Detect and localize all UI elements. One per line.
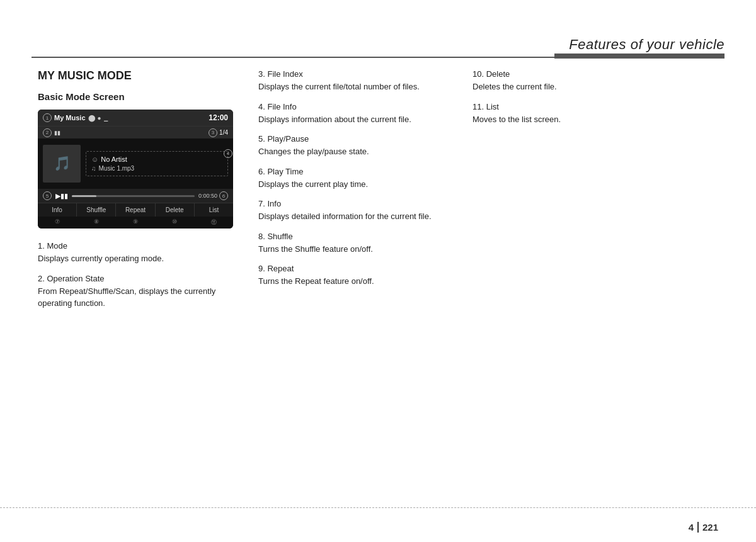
- track-num: 1/4: [219, 129, 228, 136]
- track-file: ♫ Music 1.mp3: [91, 165, 222, 172]
- desc-title: 4. File Info: [258, 102, 454, 111]
- left-desc-item: 1. Mode Displays currently operating mod…: [38, 241, 239, 265]
- middle-desc-item: 5. Play/Pause Changes the play/pause sta…: [258, 134, 454, 158]
- desc-text: Turns the Repeat feature on/off.: [258, 275, 454, 288]
- btn-num-10: ⑩: [155, 217, 194, 229]
- person-icon: ☺: [91, 155, 98, 163]
- btn-num-8: ⑧: [77, 217, 116, 229]
- middle-desc-items: 3. File Index Displays the current file/…: [258, 69, 454, 288]
- music-icon: 🎵: [54, 155, 71, 172]
- right-desc-item: 10. Delete Deletes the current file.: [472, 69, 718, 93]
- op-icon-1: ▮▮: [54, 130, 60, 136]
- page-title: Features of your vehicle: [569, 37, 724, 53]
- desc-title: 9. Repeat: [258, 264, 454, 273]
- circle-1: 1: [43, 113, 52, 122]
- track-info: ☺ No Artist ♫ Music 1.mp3 4: [86, 151, 228, 176]
- main-content: MY MUSIC MODE Basic Mode Screen 1 My Mus…: [38, 69, 718, 504]
- btn-num-9: ⑨: [116, 217, 155, 229]
- circle-2: 2: [43, 128, 52, 137]
- screen-btn-list[interactable]: List: [195, 203, 233, 217]
- footer-pagenum: 221: [702, 522, 718, 533]
- desc-title: 3. File Index: [258, 69, 454, 79]
- header-bar: [554, 54, 724, 59]
- play-icon: ▶▮▮: [55, 192, 68, 200]
- section-title: MY MUSIC MODE: [38, 69, 239, 82]
- footer-pagination: 4 221: [689, 522, 718, 533]
- desc-title: 2. Operation State: [38, 274, 239, 283]
- footer: 4 221: [0, 507, 756, 542]
- play-pause-btn: 5 ▶▮▮: [43, 191, 68, 200]
- middle-column: 3. File Index Displays the current file/…: [252, 69, 466, 504]
- right-desc-item: 11. List Moves to the list screen.: [472, 102, 718, 126]
- middle-desc-item: 4. File Info Displays information about …: [258, 102, 454, 126]
- screen-sub-bar: 2 ▮▮ 3 1/4: [38, 126, 233, 138]
- circle-icon: ●: [98, 115, 101, 121]
- screen-btn-delete[interactable]: Delete: [156, 203, 195, 217]
- left-desc-items: 1. Mode Displays currently operating mod…: [38, 241, 239, 310]
- mode-text: My Music: [54, 114, 86, 121]
- desc-text: Displays the current file/total number o…: [258, 81, 454, 93]
- desc-title: 6. Play Time: [258, 167, 454, 176]
- circle-3: 3: [209, 128, 217, 137]
- desc-title: 5. Play/Pause: [258, 134, 454, 144]
- circle-4: 4: [224, 147, 232, 158]
- right-column: 10. Delete Deletes the current file.11. …: [466, 69, 718, 504]
- btn-num-7: ⑦: [38, 217, 77, 229]
- circle-5: 5: [43, 191, 52, 200]
- progress-track: [72, 195, 195, 197]
- screen-mockup: 1 My Music ⬤ ● ⎯ 12:00 2 ▮▮ 3 1/4: [38, 110, 233, 229]
- middle-desc-item: 6. Play Time Displays the current play t…: [258, 167, 454, 191]
- screen-btn-labels: ⑦ ⑧ ⑨ ⑩ ⑪: [38, 217, 233, 229]
- middle-desc-item: 8. Shuffle Turns the Shuffle feature on/…: [258, 232, 454, 256]
- footer-chapter: 4: [689, 522, 699, 533]
- section-subtitle: Basic Mode Screen: [38, 91, 239, 102]
- screen-btn-repeat[interactable]: Repeat: [116, 203, 155, 217]
- middle-desc-item: 7. Info Displays detailed information fo…: [258, 199, 454, 223]
- bluetooth-icon: ⬤: [88, 115, 95, 121]
- dash-icon: ⎯: [104, 115, 108, 121]
- play-time: 0:00:50: [198, 193, 217, 199]
- desc-text: Displays the current play time.: [258, 178, 454, 191]
- desc-title: 10. Delete: [472, 69, 718, 79]
- desc-text: Moves to the list screen.: [472, 113, 718, 126]
- screen-time: 12:00: [209, 113, 228, 122]
- album-art: 🎵: [43, 145, 81, 183]
- screen-main: 🎵 ☺ No Artist ♫ Music 1.mp3 4: [38, 138, 233, 189]
- desc-text: Deletes the current file.: [472, 81, 718, 93]
- screen-buttons: Info Shuffle Repeat Delete List: [38, 203, 233, 217]
- right-desc-items: 10. Delete Deletes the current file.11. …: [472, 69, 718, 125]
- circle-6: 6: [219, 191, 228, 200]
- desc-text: From Repeat/Shuffle/Scan, displays the c…: [38, 285, 239, 310]
- desc-text: Changes the play/pause state.: [258, 145, 454, 158]
- desc-title: 1. Mode: [38, 241, 239, 251]
- screen-btn-shuffle[interactable]: Shuffle: [77, 203, 116, 217]
- screen-top-bar: 1 My Music ⬤ ● ⎯ 12:00: [38, 110, 233, 126]
- desc-text: Displays currently operating mode.: [38, 252, 239, 265]
- middle-desc-item: 3. File Index Displays the current file/…: [258, 69, 454, 93]
- screen-mode-label: 1 My Music ⬤ ● ⎯: [43, 113, 108, 122]
- desc-title: 11. List: [472, 102, 718, 111]
- btn-num-11: ⑪: [194, 217, 233, 229]
- desc-text: Displays information about the current f…: [258, 113, 454, 126]
- screen-btn-info[interactable]: Info: [38, 203, 77, 217]
- op-icons: 2 ▮▮: [43, 128, 60, 137]
- left-desc-item: 2. Operation State From Repeat/Shuffle/S…: [38, 274, 239, 310]
- page-header: Features of your vehicle: [0, 0, 756, 63]
- desc-title: 8. Shuffle: [258, 232, 454, 241]
- desc-title: 7. Info: [258, 199, 454, 208]
- desc-text: Turns the Shuffle feature on/off.: [258, 243, 454, 256]
- middle-desc-item: 9. Repeat Turns the Repeat feature on/of…: [258, 264, 454, 288]
- left-column: MY MUSIC MODE Basic Mode Screen 1 My Mus…: [38, 69, 252, 504]
- screen-progress-bar: 5 ▶▮▮ 0:00:50 6: [38, 189, 233, 203]
- track-artist: ☺ No Artist: [91, 155, 222, 163]
- progress-fill: [72, 195, 96, 197]
- desc-text: Displays detailed information for the cu…: [258, 210, 454, 223]
- note-icon: ♫: [91, 165, 96, 172]
